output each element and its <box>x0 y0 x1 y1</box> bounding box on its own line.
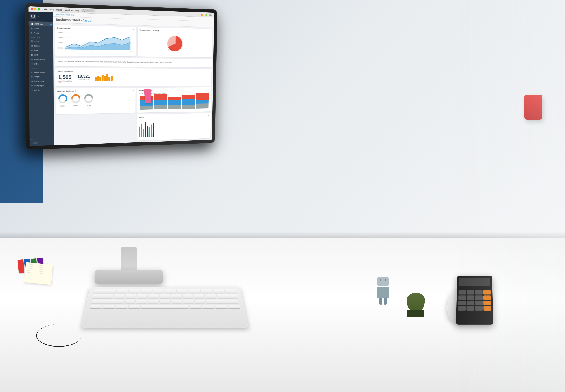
key-l[interactable] <box>205 294 216 298</box>
calc-btn-2[interactable] <box>467 290 474 294</box>
key-k[interactable] <box>194 294 204 298</box>
sidebar-header: ≡ <box>29 12 53 22</box>
sidebar-item-extra[interactable]: Extra › <box>29 62 53 66</box>
sidebar-item-activity[interactable]: Activity <box>29 88 54 92</box>
key-f[interactable] <box>148 294 159 298</box>
sidebar-item-campaigns[interactable]: Campaigns <box>29 83 54 88</box>
sidebar-item-grid[interactable]: Grid › <box>29 53 53 57</box>
map-chevron: › <box>51 50 52 51</box>
key-x[interactable] <box>136 300 147 303</box>
key-fn[interactable] <box>90 305 102 308</box>
key-w[interactable] <box>129 290 140 293</box>
svg-text:400k: 400k <box>58 32 63 33</box>
calc-btn-sub[interactable] <box>483 301 491 305</box>
menu-edit[interactable]: Edit <box>50 8 54 11</box>
mac-maximize-button[interactable] <box>38 8 40 10</box>
sidebar-item-target[interactable]: Target <box>29 74 54 79</box>
menu-help[interactable]: Help <box>75 9 79 12</box>
sidebar-item-tables[interactable]: Tables › <box>29 43 53 48</box>
calc-btn-7[interactable] <box>458 301 465 305</box>
sidebar-item-map[interactable]: Map › <box>29 48 53 53</box>
sidebar-item-menu-levels[interactable]: Menu Levels › <box>29 57 53 62</box>
key-caps[interactable] <box>92 294 114 298</box>
key-tab[interactable] <box>93 290 116 293</box>
key-alt-r[interactable] <box>202 305 214 308</box>
calc-btn-6[interactable] <box>475 295 482 300</box>
key-arrow-r[interactable] <box>228 305 240 308</box>
page-title-main: Business Chart <box>56 18 80 22</box>
key-i[interactable] <box>201 290 213 293</box>
key-d[interactable] <box>137 294 147 298</box>
key-e[interactable] <box>141 290 152 293</box>
mac-minimize-button[interactable] <box>34 8 37 10</box>
key-m[interactable] <box>195 300 206 303</box>
key-y[interactable] <box>177 290 188 293</box>
target-close[interactable]: × <box>208 114 209 117</box>
key-c[interactable] <box>148 300 159 303</box>
key-h[interactable] <box>171 294 182 298</box>
key-alt-l[interactable] <box>116 305 128 308</box>
key-cmd-r[interactable] <box>189 305 202 308</box>
sidebar-item-opportunity[interactable]: Opportunity <box>29 79 54 83</box>
bar-group-3 <box>168 97 181 109</box>
calc-btn-4[interactable] <box>458 295 466 300</box>
marketing-close[interactable]: × <box>208 88 209 91</box>
key-p[interactable] <box>225 290 237 293</box>
key-a[interactable] <box>114 294 125 298</box>
space-usage-close[interactable]: × <box>209 30 210 32</box>
key-o[interactable] <box>213 290 225 293</box>
key-arrow-l[interactable] <box>215 305 227 308</box>
business-chart-close[interactable]: × <box>133 28 134 31</box>
key-t[interactable] <box>165 290 176 293</box>
sidebar-label-title: Label <box>31 140 52 144</box>
sidebar-item-sales-report[interactable]: Sales Report <box>29 70 53 74</box>
key-shift-r[interactable] <box>206 300 239 303</box>
target-bar-2 <box>141 124 142 137</box>
menu-file[interactable]: File <box>44 8 47 11</box>
calc-btn-1[interactable] <box>458 290 466 294</box>
calc-btn-add[interactable] <box>483 306 491 311</box>
key-ctrl[interactable] <box>103 305 115 308</box>
calc-btn-0[interactable] <box>458 306 466 311</box>
key-g[interactable] <box>160 294 170 298</box>
mac-close-button[interactable] <box>30 8 33 10</box>
calc-btn-eq[interactable] <box>475 306 482 311</box>
key-s[interactable] <box>125 294 136 298</box>
menu-option[interactable]: Option <box>56 9 62 11</box>
key-return[interactable] <box>216 294 238 298</box>
key-v[interactable] <box>159 300 170 303</box>
key-q[interactable] <box>116 290 128 293</box>
menu-window[interactable]: Window <box>65 9 72 12</box>
mac-search-bar[interactable]: 🔍 search <box>81 9 95 13</box>
calc-btn-mul[interactable] <box>483 295 491 300</box>
calc-btn-5[interactable] <box>467 295 474 300</box>
key-r[interactable] <box>153 290 164 293</box>
desk-scene: File Edit Option Window Help 🔍 search 📶 … <box>0 0 565 392</box>
calc-btn-8[interactable] <box>467 301 474 305</box>
wifi-icon: 📶 <box>201 14 203 16</box>
key-space[interactable] <box>141 305 189 308</box>
sidebar-item-profile[interactable]: Profile <box>29 30 53 35</box>
target-bar-5 <box>147 126 148 137</box>
sidebar-item-forms[interactable]: Forms › <box>29 39 53 44</box>
book-1 <box>18 259 24 273</box>
sidebar-sales-label: Sales Report <box>34 71 45 73</box>
calc-btn-3[interactable] <box>475 290 482 294</box>
notepad-line-3 <box>27 268 51 270</box>
key-shift-l[interactable] <box>91 300 124 303</box>
calc-btn-div[interactable] <box>483 290 491 294</box>
key-u[interactable] <box>189 290 201 293</box>
realtime-close[interactable]: × <box>133 89 134 91</box>
key-z[interactable] <box>124 300 135 303</box>
donut-3-label: 30.23% <box>83 105 94 106</box>
sidebar-item-dashboard[interactable]: Dashboard <box>29 21 53 27</box>
sidebar-item-email[interactable]: Email <box>29 26 53 31</box>
key-b[interactable] <box>171 300 182 303</box>
monitor-power-button[interactable] <box>125 143 126 144</box>
calc-btn-9[interactable] <box>475 301 482 305</box>
calc-btn-dot[interactable] <box>466 306 474 311</box>
key-j[interactable] <box>182 294 193 298</box>
svg-rect-3 <box>31 23 32 24</box>
key-cmd-l[interactable] <box>128 305 141 308</box>
key-n[interactable] <box>183 300 194 303</box>
